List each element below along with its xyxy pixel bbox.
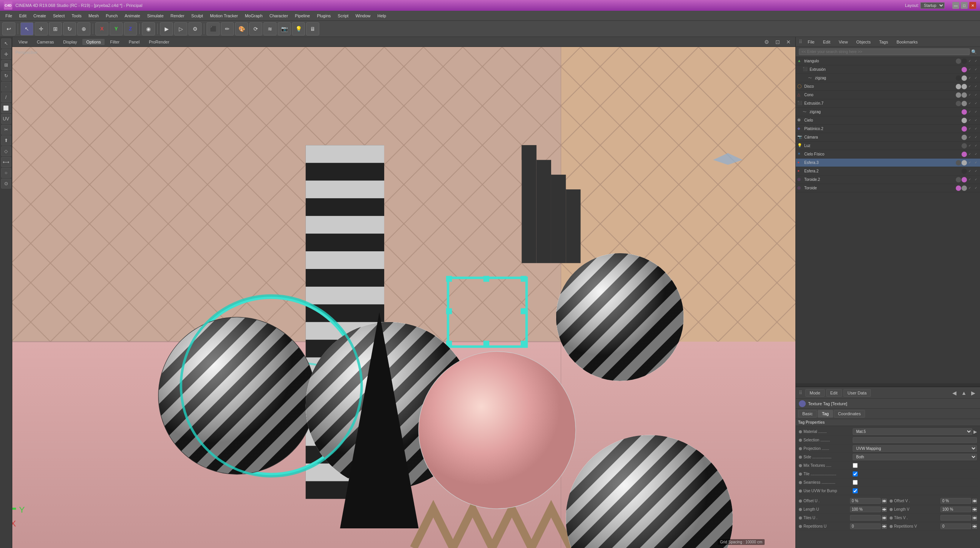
menu-mograph[interactable]: MoGraph bbox=[242, 12, 266, 19]
vtab-cameras[interactable]: Cameras bbox=[33, 39, 58, 45]
props-tab-tag[interactable]: Tag bbox=[818, 410, 833, 418]
obj-row[interactable]: ●Esfera.2✓✓ bbox=[796, 167, 980, 175]
tool-scale[interactable]: ⊞ bbox=[1, 60, 11, 70]
obj-tab-view[interactable]: View bbox=[836, 39, 851, 45]
prop-tiles-u-input[interactable] bbox=[850, 515, 881, 521]
prop-seamless-checkbox[interactable] bbox=[853, 480, 858, 485]
search-icon[interactable]: 🔍 bbox=[971, 49, 977, 55]
prop-length-v-arrow[interactable]: ◀▶ bbox=[972, 507, 977, 512]
menu-motion tracker[interactable]: Motion Tracker bbox=[207, 12, 241, 19]
z-axis[interactable]: Z bbox=[124, 22, 137, 35]
object-list[interactable]: ▲triangulo✓✓⬛Extrusión✓✓〜zigzag✓✓◯Disco✓… bbox=[796, 57, 980, 383]
menu-edit[interactable]: Edit bbox=[16, 12, 30, 19]
tool-bridge[interactable]: ⟷ bbox=[1, 157, 11, 167]
viewport[interactable]: Perspective bbox=[12, 47, 795, 548]
prop-tiles-v-input[interactable] bbox=[940, 515, 971, 521]
prop-offset-u-arrow[interactable]: ◀▶ bbox=[882, 499, 887, 503]
tool-pts[interactable]: · bbox=[1, 82, 11, 92]
obj-row[interactable]: ◎Toroide✓✓ bbox=[796, 184, 980, 192]
prop-tile-checkbox[interactable] bbox=[853, 471, 858, 476]
menu-plugins[interactable]: Plugins bbox=[314, 12, 334, 19]
prop-offset-v-arrow[interactable]: ◀▶ bbox=[972, 499, 977, 503]
obj-row[interactable]: 📷Cámara✓✓ bbox=[796, 133, 980, 142]
tool-knife[interactable]: ✂ bbox=[1, 125, 11, 135]
minimize-button[interactable]: — bbox=[952, 2, 959, 9]
menu-render[interactable]: Render bbox=[167, 12, 187, 19]
camera-tool[interactable]: 📷 bbox=[278, 22, 291, 35]
menu-file[interactable]: File bbox=[2, 12, 15, 19]
prop-rep-v-arrow[interactable]: ◀▶ bbox=[972, 524, 977, 529]
obj-row[interactable]: ◆Platónico.2✓✓ bbox=[796, 125, 980, 133]
props-tab-coordinates[interactable]: Coordinates bbox=[834, 410, 865, 418]
props-nav-left[interactable]: ◀ bbox=[951, 390, 958, 396]
prop-projection-select[interactable]: UVW Mapping bbox=[853, 445, 977, 452]
cube-tool[interactable]: ⬛ bbox=[207, 22, 220, 35]
menu-sculpt[interactable]: Sculpt bbox=[188, 12, 206, 19]
prop-tiles-u-arrow[interactable]: ◀▶ bbox=[882, 516, 887, 520]
obj-row[interactable]: ⬛Extrusión.7✓✓ bbox=[796, 99, 980, 108]
prop-material-arrow[interactable]: ▶ bbox=[973, 429, 977, 434]
viewport-options[interactable]: ⚙ bbox=[762, 38, 772, 46]
prop-rep-v-input[interactable] bbox=[940, 523, 971, 529]
obj-row[interactable]: ●Esfera.3✓✓ bbox=[796, 159, 980, 167]
menu-pipeline[interactable]: Pipeline bbox=[292, 12, 313, 19]
scale-tool[interactable]: ⊞ bbox=[49, 22, 62, 35]
obj-tab-objects[interactable]: Objects bbox=[853, 39, 873, 45]
prop-mix-checkbox[interactable] bbox=[853, 463, 858, 468]
viewport-maximize[interactable]: ⊡ bbox=[773, 38, 782, 46]
menu-create[interactable]: Create bbox=[30, 12, 49, 19]
menu-script[interactable]: Script bbox=[335, 12, 352, 19]
menu-tools[interactable]: Tools bbox=[68, 12, 85, 19]
obj-row[interactable]: ◯Disco✓✓ bbox=[796, 82, 980, 91]
obj-row[interactable]: △Cono✓✓ bbox=[796, 91, 980, 99]
search-input[interactable] bbox=[799, 48, 970, 55]
disp-tool[interactable]: 🖥 bbox=[306, 22, 319, 35]
rotate-tool[interactable]: ↻ bbox=[63, 22, 76, 35]
prop-offset-u-input[interactable] bbox=[850, 498, 881, 504]
obj-tab-bookmarks[interactable]: Bookmarks bbox=[893, 39, 921, 45]
props-nav-right[interactable]: ▶ bbox=[970, 390, 977, 396]
add-tool[interactable]: ⊕ bbox=[77, 22, 90, 35]
prop-material-select[interactable]: Mat.5 bbox=[853, 428, 972, 435]
prop-length-u-arrow[interactable]: ◀▶ bbox=[882, 507, 887, 512]
tool-extrude[interactable]: ⬆ bbox=[1, 135, 11, 145]
props-nav-up[interactable]: ▲ bbox=[960, 390, 968, 396]
render-active[interactable]: ▷ bbox=[174, 22, 187, 35]
tool-weld[interactable]: ○ bbox=[1, 168, 11, 178]
obj-row[interactable]: ▲triangulo✓✓ bbox=[796, 57, 980, 65]
hair-tool[interactable]: ≋ bbox=[263, 22, 277, 35]
menu-animate[interactable]: Animate bbox=[122, 12, 143, 19]
props-tab-edit[interactable]: Edit bbox=[826, 389, 842, 397]
obj-tab-file[interactable]: File bbox=[805, 39, 818, 45]
obj-tab-tags[interactable]: Tags bbox=[876, 39, 891, 45]
paint-tool[interactable]: ✏ bbox=[221, 22, 234, 35]
prop-rep-u-arrow[interactable]: ◀▶ bbox=[882, 524, 887, 529]
layout-select[interactable]: Startup bbox=[920, 2, 945, 9]
menu-window[interactable]: Window bbox=[352, 12, 373, 19]
props-tab-userdata[interactable]: User Data bbox=[843, 389, 871, 397]
prop-uvw-bump-checkbox[interactable] bbox=[853, 488, 858, 493]
menu-select[interactable]: Select bbox=[50, 12, 68, 19]
tool-select[interactable]: ↖ bbox=[1, 38, 11, 48]
object-mode[interactable]: ◉ bbox=[142, 22, 155, 35]
prop-length-u-input[interactable] bbox=[850, 506, 881, 512]
maximize-button[interactable]: □ bbox=[961, 2, 968, 9]
vtab-filter[interactable]: Filter bbox=[106, 39, 123, 45]
obj-row[interactable]: ⬛Extrusión✓✓ bbox=[796, 65, 980, 74]
props-tab-mode[interactable]: Mode bbox=[805, 389, 825, 397]
tool-bevel[interactable]: ◇ bbox=[1, 146, 11, 156]
y-axis[interactable]: Y bbox=[110, 22, 123, 35]
obj-row[interactable]: ◎Toroide.2✓✓ bbox=[796, 175, 980, 184]
x-axis[interactable]: X bbox=[95, 22, 108, 35]
prop-length-v-input[interactable] bbox=[940, 506, 971, 512]
tool-poly[interactable]: ⬜ bbox=[1, 103, 11, 113]
tool-edge[interactable]: / bbox=[1, 92, 11, 102]
props-tab-basic[interactable]: Basic bbox=[798, 410, 817, 418]
menu-simulate[interactable]: Simulate bbox=[144, 12, 167, 19]
vtab-panel[interactable]: Panel bbox=[125, 39, 143, 45]
select-tool[interactable]: ↖ bbox=[20, 22, 33, 35]
tool-uvw[interactable]: UV bbox=[1, 114, 11, 124]
render-settings[interactable]: ⚙ bbox=[188, 22, 202, 35]
menu-character[interactable]: Character bbox=[267, 12, 291, 19]
light-tool[interactable]: 💡 bbox=[292, 22, 305, 35]
